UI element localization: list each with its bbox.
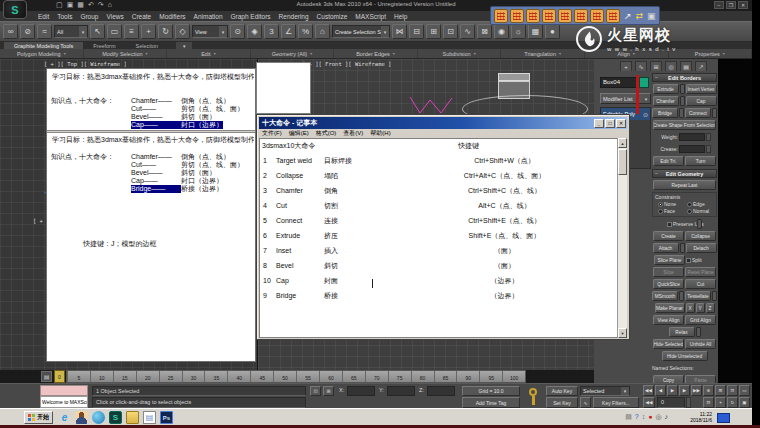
timeline-tick[interactable]: 45 — [250, 371, 273, 382]
y-button[interactable]: Y — [696, 303, 705, 313]
taskbar-avatar-icon[interactable] — [75, 411, 88, 424]
ribbon-section-triangulation[interactable]: Triangulation▾ — [501, 49, 585, 58]
z-button[interactable]: Z — [706, 303, 715, 313]
zoom-region-button[interactable]: ▭ — [739, 385, 750, 396]
attach-button[interactable]: Attach — [653, 243, 679, 253]
object-color-swatch[interactable] — [639, 77, 649, 88]
zoom-all-button[interactable]: ⊞ — [715, 385, 726, 396]
spinner-icon[interactable] — [706, 145, 711, 153]
zoom-extents-button[interactable]: ⊡ — [727, 385, 738, 396]
settings-box-icon[interactable] — [679, 108, 684, 118]
settings-box-icon[interactable] — [712, 291, 717, 301]
script-button-3[interactable] — [526, 9, 540, 23]
notes-window[interactable]: 学习目标：熟悉3dmax基础操作，熟悉十大命令，防御塔模型制作3 知识点，十大命… — [46, 68, 256, 362]
menu-group[interactable]: Group — [76, 13, 102, 20]
menu-animation[interactable]: Animation — [190, 13, 227, 20]
zoom-extents-all-button[interactable]: ⊟ — [703, 397, 714, 408]
select-object-icon[interactable]: ↖ — [90, 24, 105, 39]
project-folder-icon[interactable]: ⌂ — [108, 1, 112, 9]
timeline-tick[interactable]: 15 — [113, 371, 136, 382]
use-pivot-point-icon[interactable]: ⊙ — [230, 24, 245, 39]
timeline-tick[interactable]: 55 — [296, 371, 319, 382]
ribbon-section-edit[interactable]: Edit▾ — [167, 49, 251, 58]
menu-graph-editors[interactable]: Graph Editors — [227, 13, 275, 20]
reference-coordinate-dropdown[interactable]: View▾ — [192, 25, 228, 38]
render-setup-icon[interactable]: ☼ — [511, 24, 526, 39]
y-field[interactable] — [387, 386, 415, 396]
timeline-tick[interactable]: 75 — [388, 371, 411, 382]
start-button[interactable]: 开始 — [24, 411, 53, 424]
key-filters-button[interactable]: Key Filters... — [593, 397, 639, 408]
tessellate-button[interactable]: Tessellate — [685, 291, 711, 301]
timeline-tick[interactable]: 80 — [411, 371, 434, 382]
taskbar-clock[interactable]: 11:22 2018/11/6 — [690, 411, 712, 423]
script-button-5[interactable] — [558, 9, 572, 23]
schematic-view-icon[interactable]: ⊠ — [477, 24, 492, 39]
menu-modifiers[interactable]: Modifiers — [155, 13, 189, 20]
chevron-down-icon[interactable]: ▾ — [219, 26, 227, 37]
select-and-move-icon[interactable]: + — [141, 24, 156, 39]
timeline-tick[interactable]: 50 — [273, 371, 296, 382]
timeline-tick[interactable]: 35 — [204, 371, 227, 382]
notepad-maximize-icon[interactable]: □ — [605, 119, 615, 128]
timeline-tick[interactable]: 30 — [182, 371, 205, 382]
script-button-4[interactable] — [542, 9, 556, 23]
script-button-8[interactable] — [606, 9, 620, 23]
notepad-menu-o[interactable]: 格式(O) — [316, 129, 337, 138]
snaps-toggle-icon[interactable]: 3 — [264, 24, 279, 39]
scroll-down-icon[interactable]: ▼ — [618, 328, 627, 338]
viewport-label-top[interactable]: [ + ][ Top ][ Wireframe ] — [44, 61, 127, 67]
notepad-scrollbar[interactable]: ▲ ▼ — [617, 138, 627, 338]
taskbar-folder-icon[interactable] — [126, 411, 139, 424]
selection-set-key-dropdown[interactable]: Selected ▾ — [580, 386, 630, 396]
rollout-header-edit-geometry[interactable]: −Edit Geometry — [652, 169, 717, 178]
relax-button[interactable]: Relax — [669, 327, 695, 337]
notepad-window[interactable]: 十大命令 - 记事本 _□✕ 文件(F)编辑(E)格式(O)查看(V)帮助(H)… — [256, 114, 630, 340]
taskbar-photoshop-icon[interactable]: Ps — [160, 411, 173, 424]
hide-selected-button[interactable]: Hide Selected — [653, 339, 684, 349]
mirror-icon[interactable]: ⋈ — [392, 24, 407, 39]
timeline-tick[interactable]: 100 — [502, 371, 525, 382]
notepad-menu-f[interactable]: 文件(F) — [262, 129, 282, 138]
chevron-down-icon[interactable]: ▾ — [621, 387, 629, 395]
taskbar-3dsmax-icon[interactable]: S — [109, 411, 122, 424]
tray-printer-icon[interactable]: ▤ — [625, 412, 632, 422]
radio-normal[interactable]: Normal — [687, 208, 714, 214]
save-file-icon[interactable]: ▦ — [77, 1, 84, 9]
percent-snap-icon[interactable]: % — [298, 24, 313, 39]
ribbon-section-modify-selection[interactable]: Modify Selection▾ — [84, 49, 168, 58]
notepad-title-bar[interactable]: 十大命令 - 记事本 _□✕ — [259, 117, 627, 129]
spinner-icon[interactable] — [706, 133, 711, 141]
rendered-frame-window-icon[interactable]: ▦ — [528, 24, 543, 39]
radio-face[interactable]: Face — [658, 208, 685, 214]
rollout-header-edit-borders[interactable]: −Edit Borders — [652, 73, 717, 82]
modify-tab-icon[interactable]: ∿ — [635, 61, 647, 71]
repeat-last-button[interactable]: Repeat Last — [653, 180, 716, 190]
current-frame-field[interactable]: 0 — [657, 397, 685, 408]
edit-tri-button[interactable]: Edit Tri. — [653, 156, 684, 166]
menu-maxscript[interactable]: MAXScript — [351, 13, 390, 20]
open-file-icon[interactable]: ▣ — [67, 1, 74, 9]
align-icon[interactable]: ⊟ — [409, 24, 424, 39]
3dsmax-logo-icon[interactable]: S — [3, 0, 27, 19]
timeline-tick[interactable]: 95 — [479, 371, 502, 382]
timeline-tick[interactable]: 60 — [319, 371, 342, 382]
insert-vertex-button[interactable]: Insert Vertex — [686, 84, 717, 94]
selection-filter-dropdown[interactable]: All▾ — [54, 25, 88, 38]
orbit-button[interactable]: ↻ — [727, 397, 738, 408]
taskbar-notepad-icon[interactable]: ▤ — [143, 411, 156, 424]
zoom-button[interactable]: ⊕ — [703, 385, 714, 396]
timeline-tick[interactable]: 5 — [67, 371, 90, 382]
taskbar-ie-icon[interactable]: e — [58, 411, 71, 424]
collapse-button[interactable]: Collapse — [685, 231, 716, 241]
image-tool-icon[interactable]: ▣ — [647, 11, 656, 21]
play-button[interactable]: ▶ — [667, 385, 678, 396]
tab-graphite-modeling-tools[interactable]: Graphite Modeling Tools — [4, 42, 83, 49]
key-mode-toggle-button[interactable]: ◀◀ — [643, 397, 655, 408]
viewport-label-front[interactable]: [ + ][ Front ][ Wireframe ] — [302, 61, 391, 67]
next-frame-button[interactable]: ▶ — [679, 385, 690, 396]
connect-button[interactable]: Connect — [685, 108, 711, 118]
notepad-menu-h[interactable]: 帮助(H) — [370, 129, 390, 138]
crease-field[interactable] — [679, 145, 705, 153]
tray-volume-icon[interactable]: ♪ — [665, 412, 669, 422]
